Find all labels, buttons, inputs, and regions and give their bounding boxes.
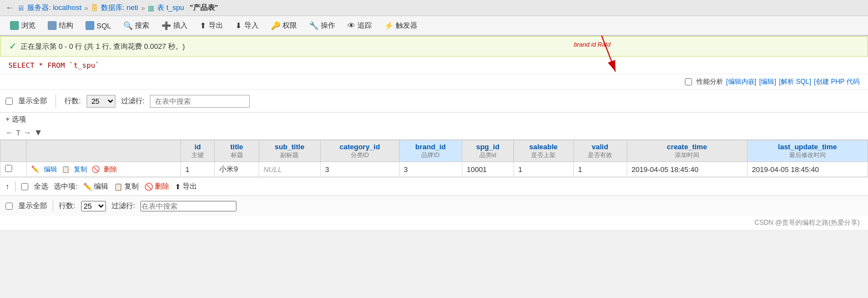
browse-button[interactable]: 浏览	[4, 18, 41, 33]
options-link[interactable]: + 选项	[6, 115, 26, 123]
header-title[interactable]: title 标题	[215, 140, 259, 162]
trace-icon: 👁	[347, 21, 355, 30]
sql-query-text: SELECT * FROM `t_spu`	[8, 61, 99, 69]
insert-button[interactable]: ➕ 插入	[156, 18, 193, 33]
header-id[interactable]: id 主键	[180, 140, 214, 162]
footer-divider	[53, 200, 53, 211]
sep1: »	[84, 4, 88, 12]
trigger-icon: ⚡	[384, 21, 393, 30]
show-all-label-bottom: 显示全部	[18, 201, 47, 211]
cell-saleable: 1	[513, 162, 573, 177]
header-brand-id[interactable]: brand_id 品牌ID	[399, 140, 462, 162]
nav-right-arrow[interactable]: →	[23, 128, 31, 137]
row-select-checkbox[interactable]	[5, 165, 12, 172]
create-php-link[interactable]: [创建 PHP 代码	[814, 77, 860, 87]
breadcrumb-bar: ← 🖥 服务器: localhost » 🗄 数据库: neti » ▦ 表 t…	[0, 0, 868, 16]
edit-row-icon[interactable]: ✏️	[31, 165, 39, 173]
cell-create-time: 2019-04-05 18:45:40	[627, 162, 747, 177]
show-all-checkbox-top[interactable]	[6, 98, 13, 105]
watermark: CSDN @贵哥的编程之路(热爱分享)	[0, 216, 868, 230]
edit-row-link[interactable]: 编辑	[44, 165, 57, 174]
data-table: id 主键 title 标题 sub_title 副标题 category_id…	[0, 140, 868, 177]
priv-button[interactable]: 🔑 权限	[265, 18, 302, 33]
nav-table-icon: T	[16, 129, 21, 137]
main-toolbar: 浏览 结构 SQL 🔍 搜索 ➕ 插入 ⬆ 导出 ⬇ 导入 🔑 权限 🔧 操作 …	[0, 16, 868, 36]
back-button[interactable]: ←	[6, 3, 14, 13]
export-icon: ⬆	[200, 21, 206, 30]
select-all-checkbox[interactable]	[21, 183, 28, 190]
rows-select-top[interactable]: 25 50 100	[87, 95, 115, 108]
bottom-controls: ↑ 全选 选中项: ✏️ 编辑 📋 复制 🚫 删除 ⬆ 导出	[0, 177, 868, 195]
export-button[interactable]: ⬆ 导出	[194, 18, 229, 33]
rows-label-bottom: 行数:	[59, 201, 75, 211]
export-sm-icon: ⬆	[175, 183, 181, 191]
up-arrow-icon: ↑	[6, 182, 9, 191]
import-icon: ⬇	[235, 21, 242, 30]
performance-area: brand id RaId 性能分析 [编辑内嵌] [编辑] [解析 SQL] …	[0, 74, 868, 90]
show-all-label-top: 显示全部	[18, 96, 47, 106]
sort-dropdown-icon[interactable]: ▼	[34, 128, 43, 138]
structure-button[interactable]: 结构	[42, 18, 79, 33]
header-create-time[interactable]: create_time 添加时间	[627, 140, 747, 162]
cell-valid: 1	[573, 162, 627, 177]
rows-select-bottom[interactable]: 25 50 100	[81, 201, 106, 211]
table-alias: "产品表"	[190, 3, 218, 13]
trace-button[interactable]: 👁 追踪	[342, 18, 377, 33]
table-header-row: id 主键 title 标题 sub_title 副标题 category_id…	[1, 140, 868, 162]
cell-last-update-time: 2019-04-05 18:45:40	[747, 162, 867, 177]
import-button[interactable]: ⬇ 导入	[230, 18, 264, 33]
table-row: ✏️ 编辑 📋 复制 🚫 删除 1 小米9 NULL 3 3 10001 1 1	[1, 162, 868, 177]
filter-label-top: 过滤行:	[121, 96, 145, 106]
trigger-button[interactable]: ⚡ 触发器	[379, 18, 423, 33]
header-category-id[interactable]: category_id 分类ID	[320, 140, 399, 162]
header-sub-title[interactable]: sub_title 副标题	[259, 140, 320, 162]
header-actions-col	[27, 140, 181, 162]
table-label[interactable]: 表 t_spu	[157, 3, 184, 13]
delete-row-link[interactable]: 删除	[104, 165, 117, 174]
cell-id: 1	[180, 162, 214, 177]
structure-icon	[48, 21, 57, 30]
row-checkbox[interactable]	[1, 162, 27, 177]
divider1	[55, 94, 56, 108]
nav-left-arrow[interactable]: ←	[6, 128, 13, 137]
header-valid[interactable]: valid 是否有效	[573, 140, 627, 162]
table-controls-top: 显示全部 行数: 25 50 100 过滤行:	[0, 90, 868, 113]
main-content: ✓ 正在显示第 0 - 0 行 (共 1 行, 查询花费 0.0027 秒。) …	[0, 36, 868, 230]
sql-button[interactable]: SQL	[80, 19, 117, 32]
header-spg-id[interactable]: spg_id 品类id	[462, 140, 513, 162]
cell-spg-id: 10001	[462, 162, 513, 177]
copy-row-link[interactable]: 复制	[74, 165, 87, 174]
check-icon: ✓	[9, 41, 16, 52]
header-last-update-time[interactable]: last_update_time 最后修改时间	[747, 140, 867, 162]
status-bar: ✓ 正在显示第 0 - 0 行 (共 1 行, 查询花费 0.0027 秒。)	[0, 36, 868, 57]
copy-sm-icon: 📋	[114, 183, 123, 191]
bottom-divider	[15, 181, 16, 192]
db-icon: 🗄	[91, 4, 98, 12]
header-saleable[interactable]: saleable 是否上架	[513, 140, 573, 162]
bottom-delete-button[interactable]: 🚫 删除	[144, 181, 169, 191]
parse-sql-link[interactable]: [解析 SQL]	[779, 77, 811, 87]
performance-checkbox[interactable]	[685, 78, 692, 85]
filter-label-bottom: 过滤行:	[112, 201, 135, 211]
filter-input-bottom[interactable]	[140, 201, 236, 211]
search-button[interactable]: 🔍 搜索	[118, 18, 155, 33]
ops-button[interactable]: 🔧 操作	[304, 18, 341, 33]
ops-icon: 🔧	[309, 21, 319, 30]
selected-label: 选中项:	[54, 181, 78, 191]
bottom-copy-button[interactable]: 📋 复制	[114, 181, 139, 191]
bottom-edit-button[interactable]: ✏️ 编辑	[83, 181, 108, 191]
inline-edit-link[interactable]: [编辑内嵌]	[726, 77, 756, 87]
footer-controls: 显示全部 行数: 25 50 100 过滤行:	[0, 195, 868, 216]
rows-label-top: 行数:	[64, 96, 81, 106]
edit-link[interactable]: [编辑]	[759, 77, 776, 87]
server-label[interactable]: 服务器: localhost	[27, 3, 82, 13]
bottom-export-button[interactable]: ⬆ 导出	[175, 181, 197, 191]
cell-category-id: 3	[320, 162, 399, 177]
show-all-checkbox-bottom[interactable]	[6, 203, 13, 210]
db-label[interactable]: 数据库: neti	[101, 3, 138, 13]
delete-row-icon[interactable]: 🚫	[92, 165, 100, 173]
filter-input-top[interactable]	[150, 95, 250, 108]
copy-row-icon[interactable]: 📋	[62, 165, 70, 173]
server-icon: 🖥	[17, 4, 24, 12]
watermark-text: CSDN @贵哥的编程之路(热爱分享)	[754, 219, 860, 226]
